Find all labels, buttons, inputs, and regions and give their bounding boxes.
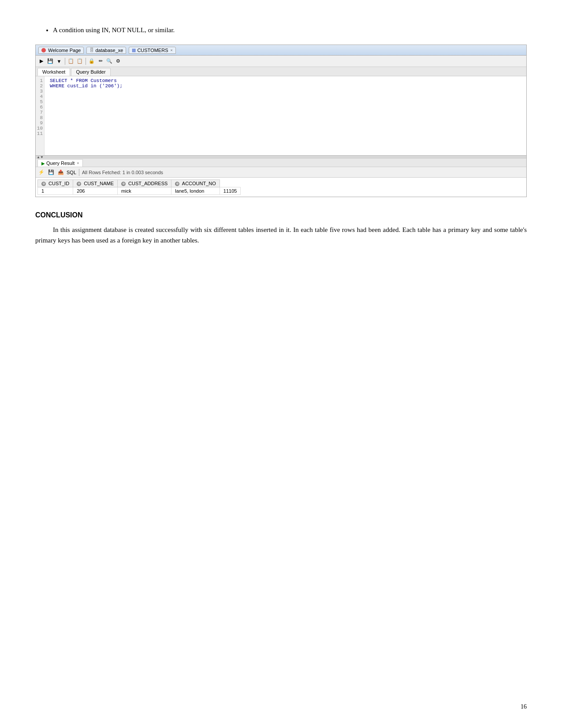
result-save-button[interactable]: 💾 [47,168,55,176]
query-result-tab[interactable]: ▶ Query Result × [37,159,83,167]
sql-editor-tabs: Worksheet Query Builder [36,67,526,76]
query-builder-tab[interactable]: Query Builder [71,68,110,76]
database-tab-label: database_xe [95,48,123,53]
cell-cust-id: 206 [73,187,118,195]
tab-database[interactable]: 🗄 database_xe [86,47,126,54]
dropdown-button[interactable]: ▼ [55,57,63,65]
result-sep [79,169,79,176]
cell-cust-address: lane5, london [171,187,220,195]
worksheet-tab[interactable]: Worksheet [37,68,70,76]
result-status: All Rows Fetched: 1 in 0.003 seconds [82,170,163,175]
result-tab-close-icon[interactable]: × [77,161,79,165]
sql-content[interactable]: SELECT * FROM Customers WHERE cust_id in… [50,78,523,89]
sql-label: SQL [67,170,76,175]
col-header-cust-name: ⊕ CUST_NAME [73,180,118,187]
sql-window: Welcome Page 🗄 database_xe ▦ CUSTOMERS ×… [35,45,527,197]
copy-button-1[interactable]: 📋 [67,57,75,65]
row-num: 1 [38,187,73,195]
result-table-container: ⊕ CUST_ID ⊕ CUST_NAME ⊕ CUST_ADDRESS ⊕ [36,178,526,197]
table-icon: ▦ [132,48,136,52]
cell-cust-name: mick [118,187,171,195]
line-numbers: 1234567891011 [36,76,45,155]
conclusion-text: In this assignment database is created s… [35,224,527,246]
tab-close-icon[interactable]: × [170,48,172,52]
sql-query-text: SELECT * FROM Customers WHERE cust_id in… [50,78,523,89]
col-header-cust-id: ⊕ CUST_ID [38,180,73,187]
run-icon: ▶ [41,161,45,166]
bullet-section: A condition using IN, NOT NULL, or simil… [35,26,527,34]
sql-editor[interactable]: 1234567891011 SELECT * FROM Customers WH… [36,76,526,156]
query-result-tab-label: Query Result [46,161,74,166]
lock-button[interactable]: 🔒 [88,57,96,65]
bullet-item: A condition using IN, NOT NULL, or simil… [53,26,527,34]
table-header-row: ⊕ CUST_ID ⊕ CUST_NAME ⊕ CUST_ADDRESS ⊕ [38,180,241,187]
filter-button-2[interactable]: ⚙ [114,57,122,65]
conclusion-title: CONCLUSION [35,211,527,219]
toolbar-separator-2 [86,58,86,65]
conclusion-section: CONCLUSION In this assignment database i… [35,211,527,246]
edit-button[interactable]: ✏ [97,57,104,65]
result-toolbar: ⚡ 💾 📤 SQL All Rows Fetched: 1 in 0.003 s… [36,167,526,178]
result-table: ⊕ CUST_ID ⊕ CUST_NAME ⊕ CUST_ADDRESS ⊕ [37,179,241,195]
result-run-button[interactable]: ⚡ [37,168,45,176]
col-header-cust-address: ⊕ CUST_ADDRESS [118,180,171,187]
welcome-icon [41,48,46,52]
run-button[interactable]: ▶ [37,57,45,65]
tab-customers[interactable]: ▦ CUSTOMERS × [129,47,175,54]
tab-welcome[interactable]: Welcome Page [38,47,84,54]
filter-button-1[interactable]: 🔍 [105,57,113,65]
col-header-account-no: ⊕ ACCOUNT_NO [171,180,220,187]
page-number: 16 [521,703,527,710]
table-row: 1 206 mick lane5, london 11105 [38,187,241,195]
result-tabs: ▶ Query Result × [36,158,526,167]
col-icon-cust-name: ⊕ [77,182,81,186]
col-icon-cust-id: ⊕ [41,182,46,186]
sql-titlebar: Welcome Page 🗄 database_xe ▦ CUSTOMERS × [36,45,526,56]
sql-toolbar: ▶ 💾 ▼ 📋 📋 🔒 ✏ 🔍 ⚙ [36,56,526,67]
customers-tab-label: CUSTOMERS [137,48,168,53]
welcome-tab-label: Welcome Page [48,48,81,53]
col-icon-cust-address: ⊕ [121,182,126,186]
col-icon-account-no: ⊕ [175,182,179,186]
result-export-button[interactable]: 📤 [57,168,65,176]
paste-button-1[interactable]: 📋 [76,57,84,65]
toolbar-separator-1 [65,58,65,65]
save-button[interactable]: 💾 [46,57,54,65]
result-panel: ▶ Query Result × ⚡ 💾 📤 SQL All Rows Fetc… [36,158,526,197]
cell-account-no: 11105 [220,187,241,195]
database-icon: 🗄 [89,48,94,52]
